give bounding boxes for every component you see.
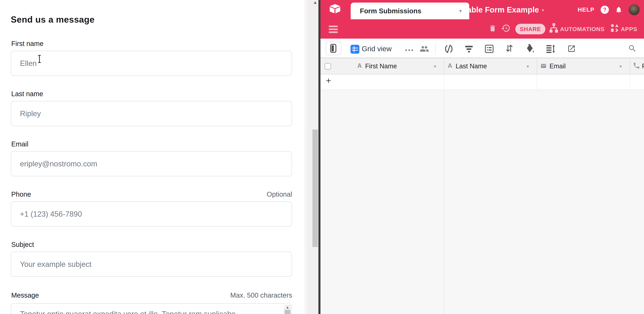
share-button[interactable]: SHARE xyxy=(515,24,545,34)
column-divider[interactable] xyxy=(630,58,630,75)
scroll-up-arrow-icon[interactable]: ▲ xyxy=(284,305,291,309)
automations-icon[interactable] xyxy=(550,23,558,34)
page-title: Send us a message xyxy=(11,14,94,25)
phone-input[interactable] xyxy=(11,201,292,226)
hide-fields-icon[interactable] xyxy=(444,44,453,54)
view-name[interactable]: Grid view xyxy=(362,45,392,53)
grid-view-icon[interactable] xyxy=(350,45,359,54)
column-divider[interactable] xyxy=(537,58,537,75)
last-name-input[interactable] xyxy=(11,101,292,126)
last-name-label: Last name xyxy=(11,90,43,98)
screen: Send us a message First name Last name E… xyxy=(0,0,644,314)
help-question-icon[interactable]: ? xyxy=(601,6,609,14)
select-all-checkbox[interactable] xyxy=(324,63,331,70)
page-scrollbar-thumb[interactable] xyxy=(312,130,318,247)
column-header-first-name[interactable]: First Name xyxy=(365,63,397,70)
phone-label: Phone xyxy=(11,190,31,198)
user-avatar[interactable] xyxy=(629,4,640,15)
add-row-band xyxy=(320,75,644,90)
single-line-text-icon: A xyxy=(357,62,362,69)
textarea-scrollbar-thumb[interactable] xyxy=(285,310,290,314)
message-textarea[interactable]: Tenetur optio quaerat expedita vero et i… xyxy=(11,303,292,314)
column-menu-caret-icon[interactable]: ▾ xyxy=(434,64,436,69)
message-label: Message xyxy=(11,291,39,299)
pane-divider[interactable] xyxy=(318,0,320,314)
page-scroll-up-arrow-icon[interactable]: ▲ xyxy=(312,0,318,5)
subject-label: Subject xyxy=(11,241,34,248)
email-input[interactable] xyxy=(11,151,292,176)
phone-field-icon xyxy=(633,62,640,69)
column-menu-caret-icon[interactable]: ▾ xyxy=(620,64,622,69)
header-right-cluster: HELP ? xyxy=(578,0,640,19)
collaborators-icon[interactable] xyxy=(420,44,429,54)
notifications-bell-icon[interactable] xyxy=(615,5,622,14)
column-header-last-name[interactable]: Last Name xyxy=(456,63,487,70)
history-icon[interactable] xyxy=(501,23,510,33)
sort-icon[interactable]: ⇵ xyxy=(506,43,513,54)
first-name-label: First name xyxy=(11,40,44,48)
email-field-icon xyxy=(540,63,547,69)
phone-optional-hint: Optional xyxy=(267,190,292,198)
view-sidebar-toggle-button[interactable] xyxy=(326,42,341,55)
filter-icon[interactable] xyxy=(465,45,473,53)
email-label: Email xyxy=(11,140,28,148)
primary-column-divider xyxy=(444,90,444,314)
help-button[interactable]: HELP xyxy=(578,6,594,13)
row-height-icon[interactable] xyxy=(546,45,555,53)
apps-icon[interactable] xyxy=(610,24,619,33)
column-divider xyxy=(537,75,537,90)
add-row-button[interactable]: + xyxy=(326,76,331,86)
column-header-phone[interactable]: Phone xyxy=(642,63,644,70)
column-header-email[interactable]: Email xyxy=(550,63,566,70)
color-icon[interactable] xyxy=(526,44,534,53)
text-cursor-icon xyxy=(38,55,41,63)
search-icon[interactable] xyxy=(628,44,637,53)
subject-input[interactable] xyxy=(11,252,292,277)
message-maxchars-hint: Max. 500 characters xyxy=(230,291,292,299)
table-tab-label: Form Submissions xyxy=(360,3,421,19)
group-icon[interactable] xyxy=(485,45,494,53)
column-divider xyxy=(630,75,630,90)
table-tab-caret-icon[interactable]: ▾ xyxy=(459,3,462,19)
trash-icon[interactable] xyxy=(489,24,496,33)
menu-hamburger-icon[interactable] xyxy=(329,26,338,34)
view-options-ellipsis-icon[interactable]: … xyxy=(404,42,414,53)
column-menu-caret-icon[interactable]: ▾ xyxy=(526,64,529,69)
single-line-text-icon: A xyxy=(448,62,452,69)
apps-button[interactable]: APPS xyxy=(621,24,637,34)
contact-form-pane: Send us a message First name Last name E… xyxy=(0,0,304,314)
base-title-caret-icon[interactable]: ▾ xyxy=(542,6,544,13)
share-view-icon[interactable] xyxy=(567,45,576,53)
table-tab-form-submissions[interactable]: Form Submissions ▾ xyxy=(351,3,469,19)
airtable-pane: Workers Airtable Form Example ▾ HELP ? F… xyxy=(320,0,644,314)
column-divider xyxy=(444,75,444,90)
viewbar-divider xyxy=(435,43,436,55)
sidebar-toggle-icon xyxy=(330,44,336,53)
column-divider[interactable] xyxy=(444,58,444,75)
first-name-input[interactable] xyxy=(11,51,292,76)
automations-button[interactable]: AUTOMATIONS xyxy=(560,24,604,34)
